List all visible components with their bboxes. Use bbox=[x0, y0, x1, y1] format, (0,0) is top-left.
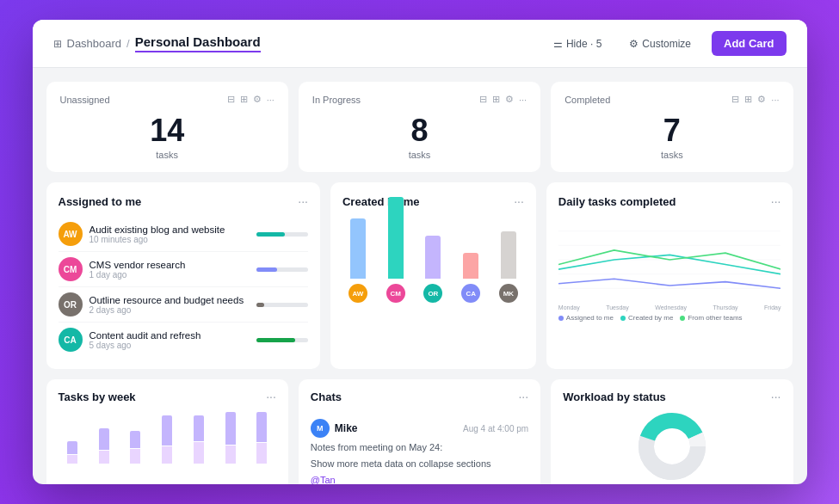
legend-other: From other teams bbox=[680, 314, 742, 322]
created-bar-2 bbox=[425, 236, 441, 279]
daily-panel-menu[interactable]: ··· bbox=[771, 194, 781, 208]
week-bar-bottom-5 bbox=[225, 446, 236, 464]
task-info-1: CMS vendor research 1 day ago bbox=[89, 260, 250, 280]
task-progress-bar-0 bbox=[256, 232, 308, 237]
hide-label: Hide · 5 bbox=[566, 38, 601, 50]
week-bar-group-1 bbox=[89, 412, 118, 464]
task-info-3: Content audit and refresh 5 days ago bbox=[89, 330, 250, 350]
created-avatar-1: CM bbox=[386, 284, 405, 303]
created-col-3: CA bbox=[455, 253, 486, 303]
daily-tasks-panel: Daily tasks completed ··· bbox=[546, 182, 793, 369]
workload-panel: Workload by status ··· bbox=[551, 379, 793, 484]
stat-more-icon-0[interactable]: ··· bbox=[267, 95, 275, 105]
task-avatar-3: CA bbox=[59, 328, 83, 352]
assigned-panel-menu[interactable]: ··· bbox=[298, 194, 308, 208]
bottom-row: Tasks by week ··· Chats ··· M Mike bbox=[46, 379, 793, 484]
task-bar-fill-3 bbox=[256, 338, 295, 342]
week-bar-group-2 bbox=[121, 412, 150, 464]
main-content: Unassigned ⊟ ⊞ ⚙ ··· 14 tasks In Progres… bbox=[33, 68, 807, 484]
breadcrumb-separator: / bbox=[126, 37, 130, 50]
task-name-0: Audit existing blog and website bbox=[89, 224, 250, 235]
legend-assigned: Assigned to me bbox=[558, 314, 614, 322]
legend-dot-created bbox=[620, 316, 626, 321]
x-label-wed: Wednesday bbox=[655, 304, 687, 310]
task-info-2: Outline resource and budget needs 2 days… bbox=[89, 295, 250, 315]
donut-chart-svg bbox=[633, 412, 711, 481]
chat-message-1: Notes from meeting on May 24: bbox=[311, 441, 528, 454]
stat-filter-icon-2[interactable]: ⊟ bbox=[731, 94, 739, 105]
task-item: CM CMS vendor research 1 day ago bbox=[59, 252, 308, 287]
breadcrumb: ⊞ Dashboard / Personal Dashboard bbox=[53, 34, 261, 52]
chats-panel: Chats ··· M Mike Aug 4 at 4:00 pm Notes … bbox=[299, 379, 540, 484]
chat-mention[interactable]: @Tan bbox=[311, 475, 336, 484]
chat-time: Aug 4 at 4:00 pm bbox=[463, 424, 528, 433]
stat-expand-icon-1[interactable]: ⊞ bbox=[492, 94, 500, 105]
header-actions: ⚌ Hide · 5 ⚙ Customize Add Card bbox=[546, 31, 787, 56]
stat-more-icon-2[interactable]: ··· bbox=[771, 95, 779, 105]
week-bar-top-5 bbox=[225, 412, 236, 445]
x-label-thu: Thursday bbox=[713, 304, 737, 310]
week-bar-top-1 bbox=[99, 428, 109, 450]
created-col-4: MK bbox=[493, 231, 524, 303]
stat-more-icon-1[interactable]: ··· bbox=[519, 95, 527, 105]
task-time-1: 1 day ago bbox=[89, 270, 250, 280]
header: ⊞ Dashboard / Personal Dashboard ⚌ Hide … bbox=[33, 20, 807, 68]
stat-expand-icon-0[interactable]: ⊞ bbox=[240, 94, 248, 105]
hide-icon: ⚌ bbox=[553, 38, 563, 50]
week-panel-menu[interactable]: ··· bbox=[266, 390, 276, 403]
week-bar-bottom-6 bbox=[256, 443, 267, 464]
stat-expand-icon-2[interactable]: ⊞ bbox=[744, 94, 752, 105]
assigned-panel-title: Assigned to me bbox=[59, 195, 142, 208]
chat-header: M Mike Aug 4 at 4:00 pm bbox=[311, 419, 528, 438]
task-bar-fill-1 bbox=[256, 267, 277, 272]
daily-chart-area bbox=[558, 217, 781, 303]
daily-chart-svg bbox=[558, 217, 781, 303]
customize-label: Customize bbox=[642, 38, 691, 50]
stat-filter-icon-0[interactable]: ⊟ bbox=[227, 94, 235, 105]
daily-panel-title: Daily tasks completed bbox=[558, 195, 676, 208]
workload-panel-menu[interactable]: ··· bbox=[771, 390, 781, 403]
stat-unit-2: tasks bbox=[564, 150, 779, 160]
panels-row: Assigned to me ··· AW Audit existing blo… bbox=[46, 182, 793, 369]
stat-filter-icon-1[interactable]: ⊟ bbox=[479, 94, 487, 105]
chat-message-2: Show more meta data on collapse sections bbox=[311, 458, 528, 470]
stat-label-1: In Progress bbox=[312, 95, 361, 105]
svg-point-9 bbox=[655, 429, 689, 464]
chart-x-labels: Monday Tuesday Wednesday Thursday Friday bbox=[558, 304, 781, 310]
week-bar-group-3 bbox=[153, 412, 182, 464]
stat-unit-1: tasks bbox=[312, 150, 527, 160]
breadcrumb-base[interactable]: Dashboard bbox=[67, 37, 122, 50]
task-progress-bar-1 bbox=[256, 267, 308, 272]
task-list: AW Audit existing blog and website 10 mi… bbox=[59, 217, 308, 357]
stat-settings-icon-2[interactable]: ⚙ bbox=[757, 94, 766, 105]
week-bar-bottom-2 bbox=[130, 449, 140, 464]
donut-chart-wrapper bbox=[563, 412, 780, 481]
stat-number-1: 8 bbox=[312, 115, 527, 146]
stat-number-2: 7 bbox=[564, 115, 779, 146]
x-label-mon: Monday bbox=[558, 304, 580, 310]
task-progress-bar-2 bbox=[256, 303, 308, 307]
created-chart: AW CM OR CA MK bbox=[342, 217, 524, 303]
week-bar-bottom-3 bbox=[162, 446, 172, 464]
week-bar-top-4 bbox=[194, 415, 204, 441]
task-item: OR Outline resource and budget needs 2 d… bbox=[59, 287, 308, 323]
created-avatar-0: AW bbox=[349, 284, 367, 303]
stat-settings-icon-1[interactable]: ⚙ bbox=[505, 94, 514, 105]
customize-button[interactable]: ⚙ Customize bbox=[622, 34, 698, 54]
legend-label-assigned: Assigned to me bbox=[566, 314, 614, 322]
task-bar-fill-0 bbox=[256, 232, 285, 237]
chats-panel-menu[interactable]: ··· bbox=[518, 390, 528, 403]
stat-settings-icon-0[interactable]: ⚙ bbox=[253, 94, 262, 105]
task-info-0: Audit existing blog and website 10 minut… bbox=[89, 224, 250, 244]
chats-panel-title: Chats bbox=[311, 390, 342, 403]
customize-icon: ⚙ bbox=[629, 38, 639, 50]
chat-username: Mike bbox=[335, 422, 358, 434]
add-card-button[interactable]: Add Card bbox=[712, 31, 787, 56]
stat-card-1: In Progress ⊟ ⊞ ⚙ ··· 8 tasks bbox=[299, 82, 540, 172]
hide-button[interactable]: ⚌ Hide · 5 bbox=[546, 34, 608, 54]
week-bar-top-6 bbox=[256, 412, 267, 442]
task-name-1: CMS vendor research bbox=[89, 260, 250, 270]
created-panel-menu[interactable]: ··· bbox=[514, 194, 524, 208]
task-name-2: Outline resource and budget needs bbox=[89, 295, 250, 305]
task-progress-bar-3 bbox=[256, 338, 308, 342]
